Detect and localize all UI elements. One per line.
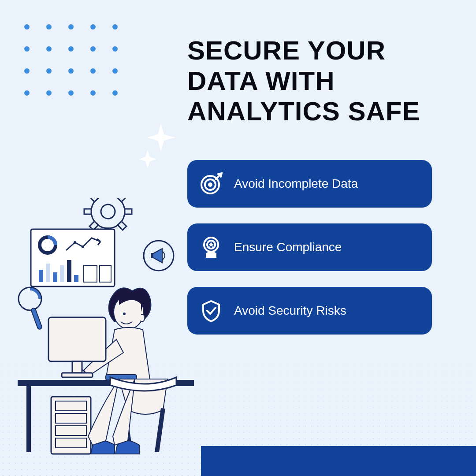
feature-list: Avoid Incomplete Data Ensure Compliance … [187,160,432,335]
svg-rect-10 [84,209,91,214]
decorative-dot-grid [24,24,118,96]
feature-label: Avoid Security Risks [234,304,346,318]
svg-rect-24 [60,265,64,282]
feature-label: Avoid Incomplete Data [234,177,358,191]
svg-rect-45 [155,408,165,452]
svg-rect-38 [26,386,31,452]
svg-point-19 [74,241,76,244]
svg-rect-9 [125,209,132,214]
svg-rect-33 [48,317,106,361]
svg-rect-23 [53,272,57,282]
feature-avoid-incomplete-data: Avoid Incomplete Data [187,160,432,208]
svg-rect-21 [39,270,43,282]
svg-point-20 [82,245,84,248]
svg-point-29 [19,287,41,310]
svg-rect-34 [72,361,82,373]
svg-rect-16 [151,253,153,258]
svg-rect-25 [67,260,71,282]
svg-rect-39 [181,386,185,452]
svg-rect-30 [31,308,42,330]
footer-bar [201,446,476,476]
feature-ensure-compliance: Ensure Compliance [187,223,432,271]
svg-point-32 [123,312,126,315]
svg-point-2 [208,182,212,187]
svg-rect-35 [62,373,93,377]
target-icon [200,172,223,195]
svg-rect-22 [46,264,50,282]
sparkle-icon [137,119,181,174]
headline: SECURE YOUR DATA WITH ANALYTICS SAFE [187,35,456,126]
svg-rect-26 [74,275,78,282]
feature-label: Ensure Compliance [234,240,342,254]
person-at-desk-illustration [13,198,207,472]
feature-avoid-security-risks: Avoid Security Risks [187,287,432,335]
